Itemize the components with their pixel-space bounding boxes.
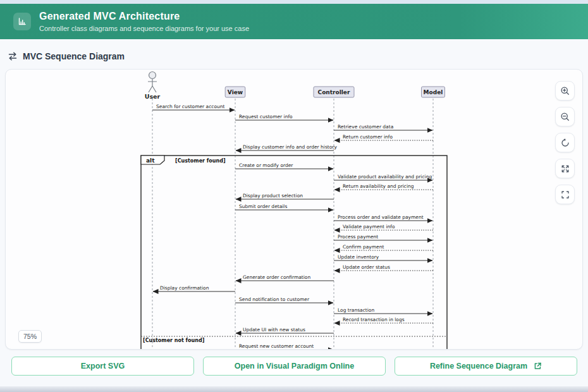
diagram-canvas[interactable]: alt[Customer found][Customer not found]S… (6, 70, 582, 350)
svg-text:[Customer not found]: [Customer not found] (143, 338, 204, 343)
svg-text:Return availability and pricin: Return availability and pricing (343, 183, 414, 189)
svg-text:Display customer info and orde: Display customer info and order history (243, 144, 337, 150)
open-visual-paradigm-label: Open in Visual Paradigm Online (235, 362, 354, 371)
svg-text:User: User (145, 93, 161, 100)
viewer-controls (555, 81, 575, 204)
svg-text:Request customer info: Request customer info (239, 114, 293, 119)
open-visual-paradigm-button[interactable]: Open in Visual Paradigm Online (203, 357, 386, 376)
diagram-viewer-card: alt[Customer found][Customer not found]S… (5, 69, 583, 350)
svg-text:Submit order details: Submit order details (239, 204, 287, 209)
svg-text:View: View (228, 89, 243, 95)
svg-text:Request new customer account: Request new customer account (239, 343, 314, 349)
export-svg-button[interactable]: Export SVG (11, 357, 194, 376)
svg-text:Generate order confirmation: Generate order confirmation (243, 274, 310, 280)
section-title: MVC Sequence Diagram (23, 51, 125, 61)
page-title: Generated MVC Architecture (39, 11, 249, 22)
svg-text:Log transaction: Log transaction (338, 307, 374, 313)
svg-text:Display confirmation: Display confirmation (160, 285, 209, 291)
svg-text:Display product selection: Display product selection (243, 193, 303, 199)
svg-text:Model: Model (424, 89, 443, 95)
svg-text:Update order status: Update order status (343, 264, 390, 270)
bar-chart-icon (13, 13, 31, 30)
refine-sequence-diagram-button[interactable]: Refine Sequence Diagram (395, 357, 577, 376)
svg-text:Update UI with new status: Update UI with new status (243, 327, 305, 333)
svg-text:Send notification to customer: Send notification to customer (239, 297, 310, 302)
svg-text:Controller: Controller (318, 89, 350, 95)
reset-icon-button[interactable] (555, 133, 575, 152)
zoom-level-badge: 75% (18, 330, 42, 343)
svg-text:[Customer found]: [Customer found] (175, 158, 226, 164)
svg-text:Create or modify order: Create or modify order (239, 162, 293, 168)
section-header: MVC Sequence Diagram (8, 51, 588, 62)
expand-arrows-button[interactable] (555, 159, 575, 178)
svg-text:alt: alt (146, 157, 155, 164)
action-bar: Export SVG Open in Visual Paradigm Onlin… (11, 357, 577, 376)
svg-text:Search for customer account: Search for customer account (156, 104, 224, 109)
svg-text:Retrieve customer data: Retrieve customer data (338, 124, 393, 130)
export-svg-label: Export SVG (81, 362, 125, 371)
svg-text:Validate product availability: Validate product availability and pricin… (338, 174, 432, 180)
svg-text:Record transaction in logs: Record transaction in logs (343, 317, 405, 322)
svg-text:Process order and validate pay: Process order and validate payment (338, 214, 424, 220)
fullscreen-button[interactable] (555, 185, 575, 204)
svg-text:Update inventory: Update inventory (338, 254, 379, 260)
svg-text:Process payment: Process payment (338, 234, 378, 240)
page-bottom-strip (0, 386, 588, 392)
swap-arrows-icon (8, 51, 18, 61)
zoom-out-button[interactable] (555, 107, 575, 126)
page-subtitle: Controller class diagrams and sequence d… (39, 25, 249, 32)
header-text-block: Generated MVC Architecture Controller cl… (39, 11, 249, 32)
page-header: Generated MVC Architecture Controller cl… (0, 4, 588, 39)
refine-sequence-diagram-label: Refine Sequence Diagram (430, 362, 527, 371)
svg-text:Confirm payment: Confirm payment (343, 244, 384, 250)
svg-text:Validate payment info: Validate payment info (343, 224, 395, 230)
zoom-in-button[interactable] (555, 81, 575, 101)
svg-text:Return customer info: Return customer info (343, 134, 393, 140)
external-link-icon (533, 362, 542, 371)
